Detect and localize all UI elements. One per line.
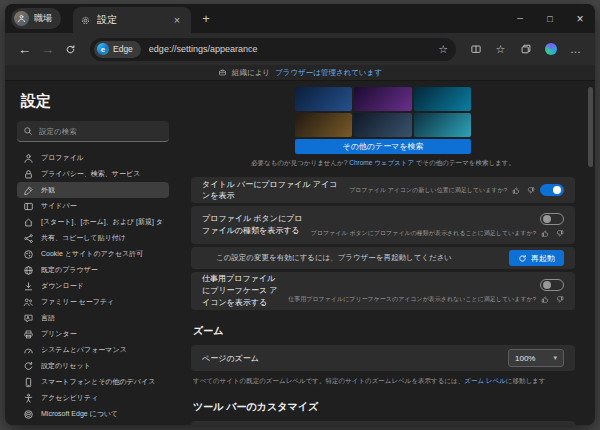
close-button[interactable]: × <box>565 4 595 33</box>
sidebar-item-system-performance[interactable]: システムとパフォーマンス <box>17 342 169 358</box>
search-more-themes-button[interactable]: その他のテーマを検索 <box>295 139 471 154</box>
setting-label: 仕事用プロファイルにブリーフケース アイコンを表示する <box>202 273 288 309</box>
language-icon <box>22 313 34 324</box>
new-tab-button[interactable]: + <box>195 8 217 30</box>
profile-type-toggle[interactable] <box>540 213 564 225</box>
globe-icon <box>22 265 34 276</box>
managed-notice-link[interactable]: ブラウザーは管理されています <box>275 68 382 78</box>
sidebar-item-languages[interactable]: 言語 <box>17 310 169 326</box>
split-screen-icon[interactable] <box>464 38 487 61</box>
thumbs-up-icon[interactable] <box>541 229 550 238</box>
sidebar-panel-icon <box>22 201 34 212</box>
forward-button[interactable]: → <box>36 38 59 61</box>
phone-icon <box>22 377 34 388</box>
profile-badge[interactable]: 職場 <box>11 8 61 29</box>
restart-message: この設定の変更を有効にするには、ブラウザーを再起動してください <box>216 253 509 263</box>
back-button[interactable]: ← <box>13 38 36 61</box>
sidebar-item-family-safety[interactable]: ファミリー セーフティ <box>17 294 169 310</box>
tab-close-icon[interactable]: × <box>170 14 184 26</box>
theme-thumbnails <box>295 87 471 137</box>
maximize-button[interactable]: □ <box>535 4 565 33</box>
profile-icon-toggle[interactable] <box>540 184 564 196</box>
add-favorite-icon[interactable]: ☆ <box>438 43 448 56</box>
setting-row-profile-type: プロファイル ボタンにプロファイルの種類を表示する プロファイル ボタンにプロフ… <box>191 206 575 244</box>
settings-search[interactable] <box>17 121 169 142</box>
sidebar-item-printers[interactable]: プリンター <box>17 326 169 342</box>
managed-notice-text: 組織により <box>232 68 270 78</box>
thumbs-down-icon[interactable] <box>526 186 535 195</box>
address-bar[interactable]: e Edge edge://settings/appearance ☆ <box>90 38 456 61</box>
theme-thumbnail[interactable] <box>414 113 471 137</box>
brush-icon <box>22 185 34 196</box>
scrollbar-thumb[interactable] <box>588 87 593 167</box>
tab-strip: 職場 設定 × + ─ □ × <box>5 4 595 33</box>
person-icon <box>22 153 34 164</box>
sidebar-item-accessibility[interactable]: アクセシビリティ <box>17 390 169 406</box>
edge-badge[interactable]: e Edge <box>94 41 141 58</box>
home-icon <box>22 217 34 228</box>
lock-icon <box>22 169 34 180</box>
favorites-icon[interactable]: ☆ <box>489 38 512 61</box>
more-menu-icon[interactable]: … <box>564 38 587 61</box>
edge-logo-icon: e <box>97 43 109 55</box>
zoom-description: すべてのサイトの既定のズームレベルです。特定のサイトのズームレベルを表示するには… <box>193 377 575 386</box>
zoom-value: 100% <box>515 354 535 363</box>
sidebar-item-default-browser[interactable]: 既定のブラウザー <box>17 262 169 278</box>
download-icon <box>22 281 34 292</box>
sidebar-item-downloads[interactable]: ダウンロード <box>17 278 169 294</box>
theme-thumbnail[interactable] <box>414 87 471 111</box>
settings-sidebar: 設定 プロファイル プライバシー、検索、サービス 外観 サイ <box>5 81 177 425</box>
printer-icon <box>22 329 34 340</box>
tab-settings[interactable]: 設定 × <box>73 7 191 33</box>
theme-thumbnail[interactable] <box>354 87 411 111</box>
sidebar-item-privacy[interactable]: プライバシー、検索、サービス <box>17 166 169 182</box>
share-icon <box>22 233 34 244</box>
thumbs-up-icon[interactable] <box>541 295 550 304</box>
appearance-settings: その他のテーマを検索 必要なものが見つかりませんか? Chrome ウェブストア… <box>177 81 595 425</box>
thumbs-up-icon[interactable] <box>512 186 521 195</box>
sidebar-item-about-edge[interactable]: Microsoft Edge について <box>17 406 169 422</box>
sidebar-item-phone-devices[interactable]: スマートフォンとその他のデバイス <box>17 374 169 390</box>
sidebar-item-sidebar[interactable]: サイドバー <box>17 198 169 214</box>
family-icon <box>22 297 34 308</box>
gauge-icon <box>22 345 34 356</box>
search-input[interactable] <box>39 127 163 136</box>
search-icon <box>23 126 33 136</box>
restart-required-row: この設定の変更を有効にするには、ブラウザーを再起動してください 再起動 <box>191 247 575 269</box>
settings-page: 設定 プロファイル プライバシー、検索、サービス 外観 サイ <box>5 81 595 425</box>
tab-title: 設定 <box>97 13 164 27</box>
theme-thumbnail[interactable] <box>295 113 352 137</box>
setting-label: プロファイル ボタンにプロファイルの種類を表示する <box>202 213 311 237</box>
minimize-button[interactable]: ─ <box>505 4 535 33</box>
sidebar-item-share-copy-paste[interactable]: 共有、コピーして貼り付け <box>17 230 169 246</box>
copilot-icon[interactable] <box>539 38 562 61</box>
feedback-question: プロファイル ボタンにプロファイルの種類が表示されることに満足していますか? <box>311 229 536 238</box>
sidebar-item-profiles[interactable]: プロファイル <box>17 150 169 166</box>
edge-badge-label: Edge <box>113 44 133 54</box>
url-text[interactable]: edge://settings/appearance <box>149 44 438 54</box>
thumbs-down-icon[interactable] <box>555 229 564 238</box>
chrome-web-store-link[interactable]: Chrome ウェブストア <box>349 159 414 166</box>
sidebar-item-reset-settings[interactable]: 設定のリセット <box>17 358 169 374</box>
zoom-levels-link[interactable]: ズーム レベル <box>464 377 506 384</box>
theme-thumbnail[interactable] <box>354 113 411 137</box>
briefcase-toggle[interactable] <box>540 279 564 291</box>
sidebar-item-appearance[interactable]: 外観 <box>17 182 169 198</box>
sidebar-item-cookies-permissions[interactable]: Cookie とサイトのアクセス許可 <box>17 246 169 262</box>
tab-actions-row: タブ操作メニューを表示 <box>191 421 575 425</box>
feedback-question: 仕事用プロファイルにブリーフケースのアイコンが表示されないことに満足していますか… <box>288 295 536 304</box>
toolbar-icons: ☆ … <box>464 38 587 61</box>
thumbs-down-icon[interactable] <box>555 295 564 304</box>
collections-icon[interactable] <box>514 38 537 61</box>
theme-thumbnail[interactable] <box>295 87 352 111</box>
setting-row-profile-icon: タイトル バーにプロファイル アイコンを表示 プロファイル アイコンの新しい位置… <box>191 177 575 203</box>
browser-toolbar: ← → e Edge edge://settings/appearance ☆ … <box>5 33 595 65</box>
page-zoom-row: ページのズーム 100% ▾ <box>191 345 575 371</box>
reset-icon <box>22 361 34 372</box>
setting-row-briefcase: 仕事用プロファイルにブリーフケース アイコンを表示する 仕事用プロファイルにブリ… <box>191 272 575 310</box>
zoom-select[interactable]: 100% ▾ <box>508 349 564 367</box>
refresh-button[interactable] <box>59 38 82 61</box>
setting-label: タイトル バーにプロファイル アイコンを表示 <box>202 179 349 201</box>
sidebar-item-start-home-new-tab[interactable]: [スタート]、[ホーム]、および [新規] タブ <box>17 214 169 230</box>
restart-button[interactable]: 再起動 <box>509 250 564 266</box>
